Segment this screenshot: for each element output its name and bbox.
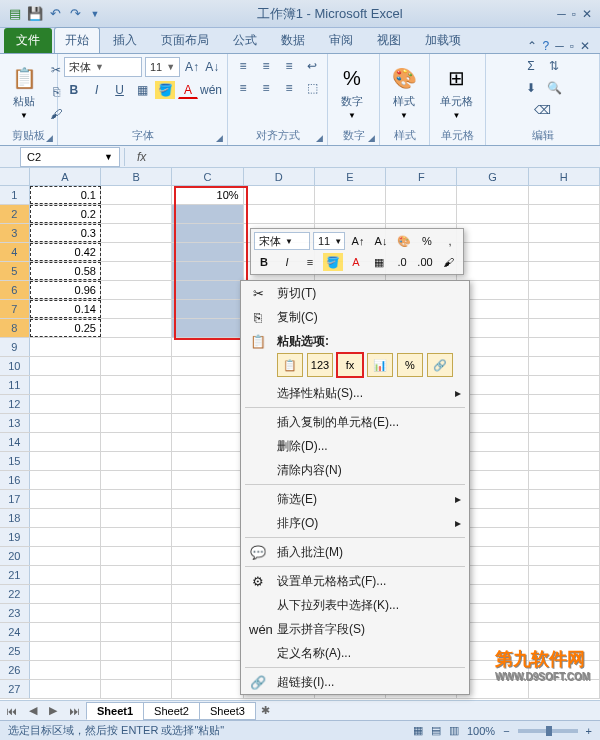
sum-icon[interactable]: Σ (521, 57, 541, 75)
cell[interactable]: 0.42 (30, 243, 101, 261)
cell[interactable] (529, 186, 600, 204)
cell[interactable] (172, 395, 243, 413)
cell[interactable] (172, 433, 243, 451)
paste-link-icon[interactable]: 🔗 (427, 353, 453, 377)
row-header[interactable]: 1 (0, 186, 30, 204)
cell[interactable] (457, 205, 528, 223)
row-header[interactable]: 8 (0, 319, 30, 337)
cell[interactable] (172, 642, 243, 660)
tab-home[interactable]: 开始 (54, 27, 100, 53)
row-header[interactable]: 13 (0, 414, 30, 432)
cell[interactable] (101, 566, 172, 584)
help-icon[interactable]: ? (543, 39, 550, 53)
row-header[interactable]: 25 (0, 642, 30, 660)
cell[interactable] (101, 585, 172, 603)
cell[interactable] (457, 243, 528, 261)
menu-sort[interactable]: 排序(O)▸ (241, 511, 469, 535)
row-header[interactable]: 15 (0, 452, 30, 470)
cell[interactable] (172, 376, 243, 394)
comma-icon[interactable]: , (440, 232, 460, 250)
cell[interactable] (529, 357, 600, 375)
grow-font-icon[interactable]: A↑ (348, 232, 368, 250)
cell[interactable] (30, 452, 101, 470)
cell[interactable] (529, 490, 600, 508)
col-header[interactable]: G (457, 168, 528, 185)
cell[interactable] (529, 471, 600, 489)
cell[interactable] (30, 471, 101, 489)
cell[interactable] (529, 262, 600, 280)
cell[interactable] (30, 547, 101, 565)
cell[interactable] (529, 376, 600, 394)
cells-button[interactable]: ⊞单元格▼ (436, 62, 477, 122)
tab-data[interactable]: 数据 (270, 27, 316, 53)
cell[interactable] (101, 433, 172, 451)
menu-format-cells[interactable]: ⚙设置单元格格式(F)... (241, 569, 469, 593)
cell[interactable] (172, 566, 243, 584)
cell[interactable]: 10% (172, 186, 243, 204)
cell[interactable] (172, 509, 243, 527)
cell[interactable] (101, 623, 172, 641)
col-header[interactable]: C (172, 168, 243, 185)
cell[interactable] (101, 224, 172, 242)
align-bot-icon[interactable]: ≡ (279, 57, 299, 75)
cell[interactable] (529, 243, 600, 261)
cell[interactable] (30, 528, 101, 546)
mini-font-combo[interactable]: 宋体▼ (254, 232, 310, 250)
cell[interactable] (30, 357, 101, 375)
cell[interactable]: 0.2 (30, 205, 101, 223)
fill-icon[interactable]: ⬇ (521, 79, 541, 97)
cell[interactable] (529, 414, 600, 432)
row-header[interactable]: 5 (0, 262, 30, 280)
row-header[interactable]: 10 (0, 357, 30, 375)
border-icon[interactable]: ▦ (132, 81, 152, 99)
cell[interactable] (172, 585, 243, 603)
menu-hyperlink[interactable]: 🔗超链接(I)... (241, 670, 469, 694)
grow-font-icon[interactable]: A↑ (183, 58, 200, 76)
zoom-out-icon[interactable]: − (503, 725, 509, 737)
sheet-tab[interactable]: Sheet2 (143, 702, 200, 720)
wrap-icon[interactable]: ↩ (302, 57, 322, 75)
cell[interactable] (101, 547, 172, 565)
cell[interactable] (101, 243, 172, 261)
launcher-icon[interactable]: ◢ (216, 133, 223, 143)
cell[interactable] (457, 224, 528, 242)
dec-dec-icon[interactable]: .00 (415, 253, 435, 271)
zoom-in-icon[interactable]: + (586, 725, 592, 737)
cell[interactable] (172, 357, 243, 375)
cell[interactable] (529, 547, 600, 565)
cell[interactable] (30, 642, 101, 660)
view-break-icon[interactable]: ▥ (449, 724, 459, 737)
cell[interactable] (529, 585, 600, 603)
menu-comment[interactable]: 💬插入批注(M) (241, 540, 469, 564)
align-center-icon[interactable]: ≡ (256, 79, 276, 97)
tab-layout[interactable]: 页面布局 (150, 27, 220, 53)
cell[interactable] (315, 186, 386, 204)
undo-icon[interactable]: ↶ (46, 5, 64, 23)
cell[interactable] (101, 281, 172, 299)
row-header[interactable]: 4 (0, 243, 30, 261)
menu-define-name[interactable]: 定义名称(A)... (241, 641, 469, 665)
minimize-button[interactable]: ─ (557, 7, 566, 21)
launcher-icon[interactable]: ◢ (46, 133, 53, 143)
clear-icon[interactable]: ⌫ (533, 101, 553, 119)
cell[interactable] (101, 262, 172, 280)
font-size-combo[interactable]: 11▼ (145, 57, 180, 77)
row-header[interactable]: 26 (0, 661, 30, 679)
menu-filter[interactable]: 筛选(E)▸ (241, 487, 469, 511)
close-button[interactable]: ✕ (582, 7, 592, 21)
cell[interactable] (457, 262, 528, 280)
cell[interactable] (172, 205, 243, 223)
row-header[interactable]: 11 (0, 376, 30, 394)
row-header[interactable]: 17 (0, 490, 30, 508)
sheet-nav-next-icon[interactable]: ▶ (43, 704, 63, 717)
row-header[interactable]: 16 (0, 471, 30, 489)
cell[interactable] (30, 680, 101, 698)
view-layout-icon[interactable]: ▤ (431, 724, 441, 737)
menu-pinyin[interactable]: wén显示拼音字段(S) (241, 617, 469, 641)
fill-color-icon[interactable]: 🪣 (323, 253, 343, 271)
cell[interactable] (172, 338, 243, 356)
align-right-icon[interactable]: ≡ (279, 79, 299, 97)
paste-all-icon[interactable]: 📋 (277, 353, 303, 377)
cell[interactable] (30, 509, 101, 527)
row-header[interactable]: 7 (0, 300, 30, 318)
